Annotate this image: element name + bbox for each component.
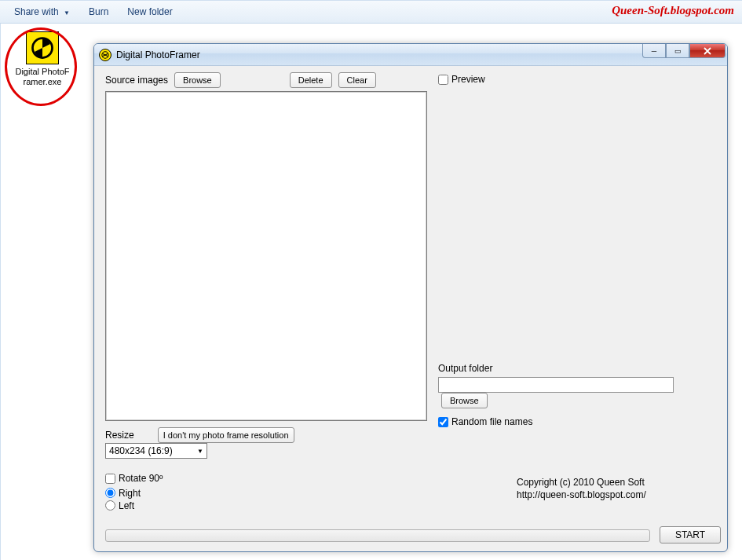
random-names-checkbox[interactable]: Random file names	[438, 416, 532, 427]
close-icon	[704, 47, 711, 55]
resize-combobox[interactable]: 480x234 (16:9) ▼	[105, 443, 207, 459]
chevron-down-icon: ▼	[197, 448, 203, 455]
random-names-input[interactable]	[438, 417, 448, 427]
clear-button[interactable]: Clear	[338, 72, 376, 88]
browse-button[interactable]: Browse	[174, 72, 221, 88]
progress-bar	[105, 529, 650, 542]
rotate-left-radio[interactable]: Left	[105, 500, 427, 511]
explorer-toolbar: Share with ▼ Burn New folder Queen-Soft.…	[0, 0, 742, 24]
app-window: Digital PhotoFramer ─ ▭ Source images Br…	[93, 43, 728, 552]
chevron-down-icon: ▼	[64, 9, 70, 16]
app-exe-icon	[26, 31, 59, 64]
left-column: Source images Browse Delete Clear Resize…	[105, 72, 427, 511]
start-button[interactable]: START	[660, 526, 721, 544]
resize-value: 480x234 (16:9)	[109, 445, 173, 456]
minimize-button[interactable]: ─	[642, 44, 666, 58]
copyright-block: Copyright (c) 2010 Queen Soft http://que…	[517, 477, 646, 501]
preview-checkbox-input[interactable]	[438, 75, 448, 85]
preview-checkbox[interactable]: Preview	[438, 74, 485, 85]
window-title: Digital PhotoFramer	[116, 49, 200, 60]
random-names-label: Random file names	[451, 416, 532, 427]
preview-label: Preview	[451, 74, 485, 85]
rotate-checkbox[interactable]: Rotate 90º	[105, 473, 163, 484]
output-browse-button[interactable]: Browse	[441, 393, 488, 408]
rotate-label: Rotate 90º	[119, 473, 163, 484]
rotate-right-input[interactable]	[105, 488, 115, 498]
rotate-left-label: Left	[119, 500, 134, 511]
window-controls: ─ ▭	[642, 44, 726, 58]
delete-button[interactable]: Delete	[290, 72, 332, 88]
resize-label: Resize	[105, 430, 134, 441]
file-label: Digital PhotoFramer.exe	[15, 67, 70, 86]
output-folder-input[interactable]	[438, 377, 674, 393]
toolbar-share-with-label: Share with	[14, 6, 59, 17]
right-column: Preview Output folder Browse Random file…	[438, 72, 721, 88]
toolbar-share-with[interactable]: Share with ▼	[5, 6, 79, 17]
toolbar-new-folder[interactable]: New folder	[118, 6, 181, 17]
rotate-right-radio[interactable]: Right	[105, 488, 427, 499]
source-images-label: Source images	[105, 75, 168, 86]
copyright-line2: http://queen-soft.blogspot.com/	[517, 489, 646, 502]
maximize-icon: ▭	[674, 47, 682, 55]
rotate-right-label: Right	[119, 488, 141, 499]
toolbar-burn[interactable]: Burn	[79, 6, 118, 17]
titlebar[interactable]: Digital PhotoFramer ─ ▭	[94, 44, 727, 66]
maximize-button[interactable]: ▭	[666, 44, 689, 58]
unknown-resolution-button[interactable]: I don't my photo frame resolution	[158, 427, 294, 443]
minimize-icon: ─	[652, 47, 656, 55]
rotate-left-input[interactable]	[105, 500, 115, 511]
watermark-text: Queen-Soft.blogspot.com	[612, 4, 734, 17]
copyright-line1: Copyright (c) 2010 Queen Soft	[517, 477, 646, 489]
close-button[interactable]	[689, 44, 726, 58]
client-area: Source images Browse Delete Clear Resize…	[101, 72, 721, 545]
file-item[interactable]: Digital PhotoFramer.exe	[15, 31, 70, 86]
source-images-listbox[interactable]	[105, 91, 427, 421]
app-icon	[99, 49, 111, 61]
output-folder-label: Output folder	[438, 363, 721, 374]
rotate-checkbox-input[interactable]	[105, 474, 115, 484]
